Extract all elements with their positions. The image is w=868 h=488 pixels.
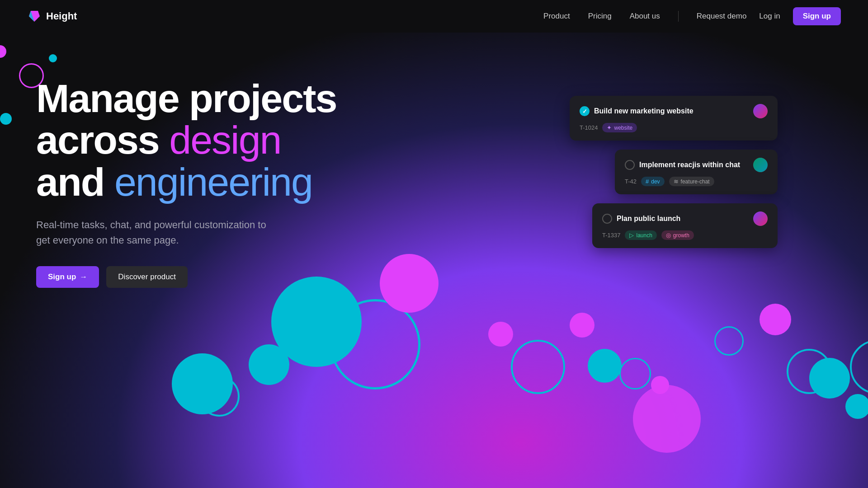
task-avatar-2 bbox=[753, 158, 768, 172]
task-card-2-header: Implement reacjis within chat bbox=[625, 158, 768, 172]
deco-circle-10 bbox=[511, 340, 565, 394]
logo-text: Height bbox=[46, 10, 77, 22]
deco-circle-16 bbox=[570, 313, 594, 338]
hero-title-line1: Manage projects bbox=[36, 76, 336, 121]
hero-title-design: design bbox=[169, 117, 281, 162]
task-checkbox-1[interactable] bbox=[580, 106, 590, 116]
hero-title: Manage projects across design and engine… bbox=[36, 78, 336, 203]
deco-circle-12 bbox=[714, 326, 744, 356]
login-button[interactable]: Log in bbox=[759, 12, 780, 21]
task-meta-1: T-1024 ✦ website bbox=[580, 123, 768, 132]
deco-circle-8 bbox=[330, 299, 420, 389]
task-title-1: Build new marketing website bbox=[594, 107, 749, 115]
task-cards: Build new marketing website T-1024 ✦ web… bbox=[570, 96, 778, 248]
tag-icon-launch: ▷ bbox=[629, 232, 634, 239]
task-card-1: Build new marketing website T-1024 ✦ web… bbox=[570, 96, 778, 141]
signup-nav-button[interactable]: Sign up bbox=[793, 7, 841, 25]
nav-divider bbox=[678, 11, 679, 22]
tag-label-website: website bbox=[614, 125, 632, 131]
tag-label-launch: launch bbox=[636, 232, 652, 239]
hero-buttons: Sign up → Discover product bbox=[36, 266, 336, 288]
deco-circle-15 bbox=[488, 322, 513, 347]
task-card-3-header: Plan public launch bbox=[602, 211, 768, 226]
discover-product-button[interactable]: Discover product bbox=[106, 266, 188, 288]
task-tag-website[interactable]: ✦ website bbox=[602, 123, 637, 132]
task-tag-dev[interactable]: # dev bbox=[641, 177, 665, 186]
nav-links: Product Pricing About us Request demo Lo… bbox=[543, 7, 841, 25]
hero-content: Manage projects across design and engine… bbox=[36, 78, 336, 288]
logo[interactable]: Height bbox=[27, 9, 77, 23]
signup-hero-button[interactable]: Sign up → bbox=[36, 266, 99, 288]
task-checkbox-2[interactable] bbox=[625, 160, 635, 170]
request-demo-button[interactable]: Request demo bbox=[697, 12, 747, 21]
nav-link-about[interactable]: About us bbox=[630, 12, 660, 21]
tag-icon-website: ✦ bbox=[607, 124, 612, 131]
task-title-2: Implement reacjis within chat bbox=[639, 161, 749, 169]
nav-actions: Request demo Log in Sign up bbox=[697, 7, 841, 25]
task-card-2: Implement reacjis within chat T-42 # dev… bbox=[615, 150, 778, 194]
task-title-3: Plan public launch bbox=[617, 215, 749, 223]
signup-hero-arrow: → bbox=[80, 272, 87, 282]
task-checkbox-3[interactable] bbox=[602, 214, 612, 224]
task-id-2: T-42 bbox=[625, 178, 637, 185]
hero-subtitle: Real-time tasks, chat, and powerful cust… bbox=[36, 217, 271, 248]
hero-title-line2-prefix: across bbox=[36, 117, 169, 162]
task-tag-growth[interactable]: ◎ growth bbox=[661, 230, 694, 240]
task-id-3: T-1337 bbox=[602, 232, 620, 239]
avatar-img-2 bbox=[753, 158, 768, 172]
deco-circle-22 bbox=[845, 394, 868, 419]
deco-circle-11 bbox=[619, 358, 651, 389]
deco-circle-2 bbox=[49, 54, 57, 62]
task-meta-2: T-42 # dev ≋ feature-chat bbox=[625, 177, 768, 186]
deco-circle-7 bbox=[249, 344, 289, 385]
deco-circle-19 bbox=[633, 385, 701, 453]
deco-circle-9 bbox=[199, 376, 240, 417]
hero-title-engineering: engineering bbox=[114, 160, 312, 204]
hero-section: Manage projects across design and engine… bbox=[0, 33, 868, 488]
deco-circle-20 bbox=[809, 358, 850, 399]
task-meta-3: T-1337 ▷ launch ◎ growth bbox=[602, 230, 768, 240]
nav-link-pricing[interactable]: Pricing bbox=[588, 12, 612, 21]
tag-label-feature-chat: feature-chat bbox=[681, 178, 710, 185]
task-tag-launch[interactable]: ▷ launch bbox=[625, 230, 656, 240]
tag-icon-dev: # bbox=[646, 178, 649, 185]
deco-circle-14 bbox=[380, 254, 439, 313]
task-tag-feature-chat[interactable]: ≋ feature-chat bbox=[669, 177, 714, 186]
navbar: Height Product Pricing About us Request … bbox=[0, 0, 868, 33]
deco-circle-21 bbox=[588, 349, 622, 383]
nav-link-product[interactable]: Product bbox=[543, 12, 570, 21]
tag-label-growth: growth bbox=[673, 232, 689, 239]
signup-hero-label: Sign up bbox=[48, 272, 76, 282]
logo-icon bbox=[27, 9, 42, 23]
deco-circle-17 bbox=[760, 304, 791, 335]
task-avatar-1 bbox=[753, 104, 768, 118]
avatar-img-1 bbox=[753, 104, 768, 118]
tag-icon-feature-chat: ≋ bbox=[674, 178, 679, 185]
task-card-1-header: Build new marketing website bbox=[580, 104, 768, 118]
hero-title-line3-prefix: and bbox=[36, 160, 114, 204]
avatar-img-3 bbox=[753, 211, 768, 226]
tag-label-dev: dev bbox=[651, 178, 660, 185]
task-card-3: Plan public launch T-1337 ▷ launch ◎ gro… bbox=[592, 203, 778, 248]
deco-circle-4 bbox=[0, 113, 12, 125]
task-id-1: T-1024 bbox=[580, 124, 598, 131]
task-avatar-3 bbox=[753, 211, 768, 226]
tag-icon-growth: ◎ bbox=[666, 232, 671, 239]
